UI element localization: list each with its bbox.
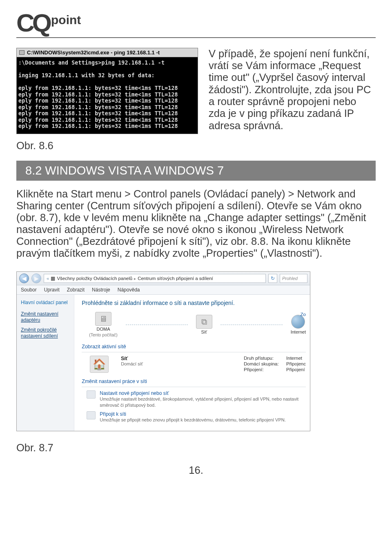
win7-sidebar: Hlavní ovládací panel Změnit nastavení a… [17,295,74,431]
kv-key: Připojení: [244,367,283,372]
paragraph-1: V případě, že spojení není funkční, vrát… [209,48,376,132]
win7-network-center-window: ◀ ▶ « ▦ Všechny položky Ovládacích panel… [16,271,310,431]
network-name[interactable]: Síť [121,356,143,361]
node-label: Síť [201,329,207,334]
connect-icon [87,411,96,419]
action-text: Nastavit nové připojení nebo síť Umožňuj… [100,390,306,408]
menu-item[interactable]: Upravit [44,287,60,293]
page-number: 16. [16,464,376,476]
win7-menubar: SouborUpravitZobrazitNástrojeNápověda [17,285,310,295]
win7-body: Hlavní ovládací panel Změnit nastavení a… [17,295,310,431]
breadcrumb-item[interactable]: Všechny položky Ovládacích panelů [57,276,132,281]
forward-button[interactable]: ▶ [31,273,41,283]
win7-addressbar: ◀ ▶ « ▦ Všechny položky Ovládacích panel… [17,272,310,285]
node-this-pc[interactable]: 🖥 DOMA (Tento počítač) [89,312,117,337]
header-rule [16,37,376,38]
kv-value[interactable]: Připojení [286,367,305,372]
kv-key: Domácí skupina: [244,361,283,366]
logo-point: point [51,12,81,26]
house-icon: 🏠 [90,356,109,373]
menu-item[interactable]: Nápověda [118,287,140,293]
cmd-output: :\Documents and Settings>ping 192.168.1.… [17,57,198,134]
divider [82,387,306,387]
win7-main-pane: Prohlédněte si základní informace o síti… [74,295,310,431]
cmd-titlebar[interactable]: C:\WINDOWS\system32\cmd.exe - ping 192.1… [17,48,198,57]
top-row: C:\WINDOWS\system32\cmd.exe - ping 192.1… [16,48,376,152]
kv-connection: Připojení: Připojení [244,367,306,372]
kv-key: Druh přístupu: [244,356,283,361]
main-heading: Prohlédněte si základní informace o síti… [82,300,306,306]
sidebar-title: Hlavní ovládací panel [21,300,70,305]
search-input[interactable]: Prohled [280,274,307,283]
node-network[interactable]: ⧉ Síť [196,315,212,334]
globe-icon [291,315,305,329]
figure-label-2: Obr. 8.7 [16,442,376,454]
section-heading: 8.2 WINDOWS VISTA A WINDOWS 7 [16,161,376,181]
menu-item[interactable]: Soubor [21,287,37,293]
connection-line [126,325,188,325]
action-new-connection[interactable]: Nastavit nové připojení nebo síť Umožňuj… [87,390,306,408]
cmd-icon [19,50,24,55]
cmd-title-text: C:\WINDOWS\system32\cmd.exe - ping 192.1… [27,49,160,56]
network-map: 🖥 DOMA (Tento počítač) ⧉ Síť Internet [82,312,306,337]
breadcrumb-item[interactable]: Centrum síťových připojení a sdílení [138,276,213,281]
node-internet[interactable]: Internet [291,315,306,334]
paragraph-2: Klikněte na Start menu > Control panels … [16,188,376,259]
breadcrumb[interactable]: « ▦ Všechny položky Ovládacích panelů ▸ … [44,274,266,283]
chevron-right-icon: ▸ [134,276,136,281]
kv-access-type: Druh přístupu: Internet [244,356,306,361]
menu-item[interactable]: Zobrazit [67,287,85,293]
logo-cq: CQ [16,12,49,34]
action-title: Nastavit nové připojení nebo síť [100,390,306,396]
figure-label-1: Obr. 8.6 [16,140,198,152]
group-change-settings: Změnit nastavení práce v síti [82,379,306,384]
sidebar-link-advanced-sharing[interactable]: Změnit pokročilé nastavení sdílení [21,327,70,339]
node-label: Internet [291,329,306,334]
page-header: CQ point [16,12,376,34]
network-icon: ⧉ [196,315,212,329]
node-label: DOMA [96,327,110,332]
computer-icon: 🖥 [95,312,111,326]
cmd-column: C:\WINDOWS\system32\cmd.exe - ping 192.1… [16,48,198,152]
group-active-networks: Zobrazit aktivní sítě [82,344,306,350]
chevron-left-icon: « [47,276,49,281]
menu-item[interactable]: Nástroje [92,287,110,293]
folder-icon: ▦ [51,276,55,281]
action-connect-network[interactable]: Připojit k síti Umožňuje se připojit neb… [87,411,306,423]
action-desc: Umožňuje nastavit bezdrátové, širokopásm… [100,397,298,407]
network-kv-block: Druh přístupu: Internet Domácí skupina: … [244,356,306,373]
sidebar-link-change-adapter[interactable]: Změnit nastavení adaptéru [21,311,70,323]
back-button[interactable]: ◀ [19,273,29,283]
action-desc: Umožňuje se připojit nebo znovu připojit… [100,417,286,422]
kv-value: Internet [286,356,302,361]
kv-homegroup: Domácí skupina: Připojenc [244,361,306,366]
setup-icon [87,390,96,399]
active-network-row: 🏠 Síť Domácí síť Druh přístupu: Internet… [90,356,306,373]
node-sublabel: (Tento počítač) [89,332,117,337]
cmd-window: C:\WINDOWS\system32\cmd.exe - ping 192.1… [16,48,198,134]
view-full-map-link[interactable]: Zo [301,312,306,317]
brand-logo: CQ point [16,12,81,34]
kv-value[interactable]: Připojenc [286,361,306,366]
action-title: Připojit k síti [100,411,286,417]
network-name-block: Síť Domácí síť [121,356,143,366]
action-text: Připojit k síti Umožňuje se připojit neb… [100,411,286,423]
refresh-button[interactable]: ↻ [268,274,277,283]
divider [82,352,306,352]
network-category[interactable]: Domácí síť [121,361,143,366]
connection-line [220,325,283,325]
